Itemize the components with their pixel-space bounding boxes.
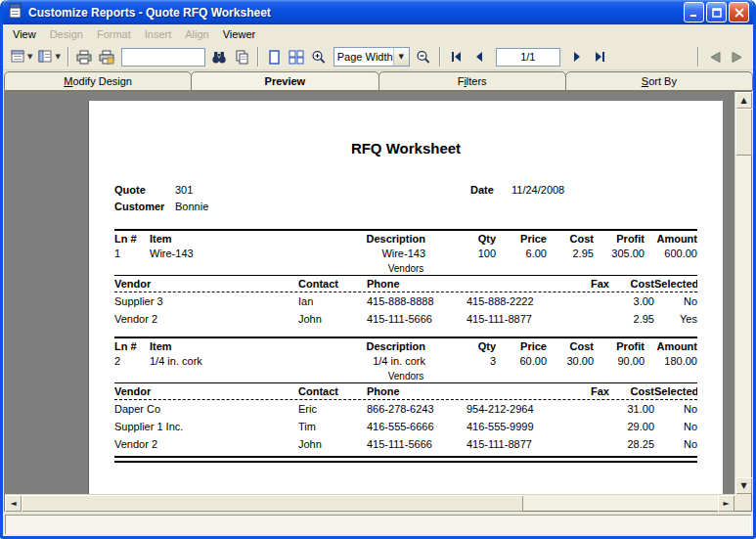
- first-page-icon: [450, 51, 463, 63]
- line-header-cell: Profit: [594, 233, 645, 245]
- zoom-in-icon: [311, 50, 327, 65]
- line-cell: 305.00: [594, 247, 645, 259]
- horizontal-scroll-track[interactable]: [22, 495, 718, 511]
- print-setup-button[interactable]: [96, 46, 118, 67]
- find-input[interactable]: [121, 48, 205, 67]
- preview-viewport: RFQ Worksheet Quote 301 Customer Bonnie …: [5, 92, 734, 494]
- scroll-up-button[interactable]: ▲: [735, 92, 752, 109]
- line-cell: 100: [425, 247, 496, 259]
- menu-view[interactable]: View: [6, 26, 43, 42]
- quote-value: 301: [175, 182, 193, 199]
- line-header-cell: Price: [496, 340, 547, 352]
- tab-sort-by[interactable]: Sort By: [565, 71, 753, 91]
- report-style-dropdown[interactable]: ▼: [8, 46, 35, 67]
- zoom-out-button[interactable]: [413, 46, 435, 67]
- minimize-button[interactable]: [684, 2, 704, 22]
- menu-align: Align: [178, 26, 215, 42]
- first-page-button[interactable]: [445, 46, 467, 67]
- vertical-scrollbar[interactable]: ▲ ▼: [734, 92, 751, 494]
- customer-value: Bonnie: [175, 199, 208, 215]
- line-header-cell: Price: [496, 233, 547, 245]
- customer-label: Customer: [114, 199, 175, 215]
- vendor-header-row: VendorContactPhoneFaxCostSelected: [114, 383, 697, 400]
- vendor-header-cell: Selected: [654, 278, 697, 290]
- vendor-header-cell: Cost: [609, 278, 654, 290]
- copy-button[interactable]: [231, 46, 253, 67]
- vendor-selected: No: [654, 421, 697, 432]
- find-button[interactable]: [208, 46, 231, 67]
- line-cell: 2: [114, 355, 150, 367]
- tab-modify-design[interactable]: Modify Design: [4, 71, 192, 91]
- toolbar-separator: [439, 47, 441, 67]
- multi-page-view-button[interactable]: [286, 46, 308, 67]
- vendors-section-label: Vendors: [114, 263, 697, 276]
- zoom-combo[interactable]: Page Width ▼: [334, 47, 410, 67]
- vendor-header-row: VendorContactPhoneFaxCostSelected: [114, 276, 697, 292]
- scroll-left-button[interactable]: ◄: [5, 495, 22, 512]
- vertical-scroll-track[interactable]: [735, 109, 751, 477]
- line-row: 1Wire-143Wire-1431006.002.95305.00600.00: [114, 246, 697, 263]
- vendor-name: Vendor 2: [114, 438, 298, 450]
- quote-label: Quote: [114, 182, 175, 199]
- vendor-contact: Eric: [298, 403, 367, 415]
- back-button[interactable]: [703, 46, 726, 67]
- toolbar-separator: [697, 47, 699, 67]
- close-button[interactable]: [729, 2, 749, 22]
- forward-button[interactable]: [726, 46, 748, 67]
- vendors-section-label: Vendors: [114, 371, 697, 383]
- horizontal-scrollbar[interactable]: ◄ ►: [5, 494, 734, 511]
- vendor-phone: 415-111-5666: [367, 313, 467, 325]
- line-cell: 2.95: [547, 247, 594, 259]
- vendor-header-cell: Fax: [467, 385, 609, 397]
- line-cell: 6.00: [496, 247, 547, 259]
- print-button[interactable]: [73, 46, 96, 67]
- whole-page-view-button[interactable]: [263, 46, 286, 67]
- window-controls: [684, 2, 749, 22]
- line-cell: 1: [114, 247, 150, 259]
- line-header-row: Ln #ItemDescriptionQtyPriceCostProfitAmo…: [114, 229, 697, 246]
- vendor-header-cell: Contact: [298, 278, 367, 290]
- line-cell: 60.00: [496, 355, 547, 367]
- next-page-button[interactable]: [566, 46, 589, 67]
- vendor-selected: Yes: [654, 313, 697, 325]
- single-page-icon: [267, 50, 282, 65]
- title-bar[interactable]: Customize Reports - Quote RFQ Worksheet: [3, 0, 753, 24]
- scroll-right-button[interactable]: ►: [718, 495, 734, 512]
- vendor-cost: 31.00: [609, 403, 654, 415]
- report-info: Quote 301 Customer Bonnie Date 11/24/200…: [114, 182, 697, 215]
- vendor-name: Supplier 3: [114, 295, 298, 307]
- horizontal-scroll-thumb[interactable]: [22, 495, 523, 512]
- menu-viewer[interactable]: Viewer: [216, 26, 262, 42]
- app-icon: [8, 3, 23, 22]
- vendor-name: Vendor 2: [114, 313, 298, 325]
- scroll-down-button[interactable]: ▼: [735, 477, 752, 494]
- tab-filters[interactable]: Filters: [378, 71, 566, 91]
- line-header-row: Ln #ItemDescriptionQtyPriceCostProfitAmo…: [114, 337, 697, 353]
- vendor-rows: Daper Co Eric 866-278-6243 954-212-2964 …: [114, 400, 697, 453]
- vendor-phone: 866-278-6243: [367, 403, 467, 415]
- vendor-header-cell: Contact: [298, 385, 367, 397]
- zoom-in-button[interactable]: [308, 46, 331, 67]
- vendor-contact: Ian: [298, 295, 367, 307]
- menu-format: Format: [90, 26, 138, 42]
- last-page-button[interactable]: [589, 46, 611, 67]
- tab-preview[interactable]: Preview: [191, 71, 378, 91]
- toolbar-separator: [257, 47, 259, 67]
- line-cell: 180.00: [645, 355, 697, 367]
- history-nav: [693, 46, 748, 67]
- vendor-cost: 3.00: [609, 295, 654, 307]
- caret-down-icon[interactable]: ▼: [393, 48, 409, 66]
- prev-page-button[interactable]: [467, 46, 490, 67]
- zoom-combo-value: Page Width: [334, 51, 393, 63]
- last-page-icon: [594, 51, 606, 63]
- report-end-rule: [114, 456, 697, 458]
- page-indicator: 1/1: [496, 48, 560, 67]
- report-end-rule: [114, 461, 697, 463]
- line-header-cell: Description: [281, 233, 425, 245]
- vertical-scroll-thumb[interactable]: [735, 109, 752, 156]
- vendor-fax: 415-888-2222: [467, 295, 609, 307]
- maximize-button[interactable]: [706, 2, 727, 22]
- report-layout-dropdown[interactable]: ▼: [35, 46, 63, 67]
- menu-bar: View Design Format Insert Align Viewer: [3, 24, 753, 44]
- line-cell: Wire-143: [281, 247, 425, 259]
